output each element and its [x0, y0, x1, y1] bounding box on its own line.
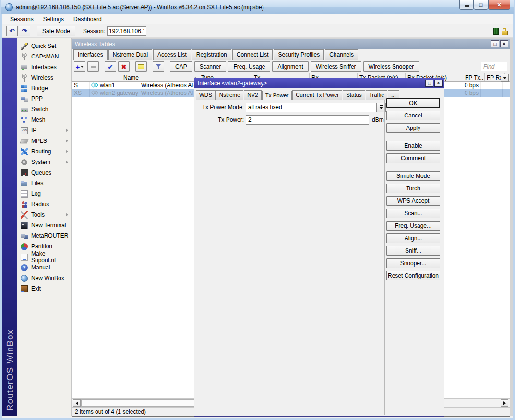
dialog-button[interactable]: Comment	[386, 153, 440, 163]
dialog-titlebar[interactable]: Interface <wlan2-gateway> □ ×	[194, 78, 444, 88]
dialog-button[interactable]: Simple Mode	[386, 171, 440, 181]
action-button[interactable]: Freq. Usage	[228, 61, 270, 72]
tab[interactable]: NV2	[244, 90, 261, 100]
sidebar-item[interactable]: Radius	[17, 199, 71, 210]
tab[interactable]: WDS	[196, 90, 216, 100]
dialog-button[interactable]: Apply	[386, 123, 440, 133]
maximize-button[interactable]: □	[474, 0, 488, 10]
disable-button[interactable]: ✖	[118, 61, 130, 72]
sidebar-item[interactable]: System	[17, 157, 71, 167]
scroll-left-button[interactable]	[73, 399, 81, 407]
session-input[interactable]	[107, 26, 146, 36]
menu-item[interactable]: Settings	[38, 15, 69, 23]
action-button[interactable]: Scanner	[194, 61, 227, 72]
comment-button[interactable]	[135, 61, 147, 72]
dialog-button[interactable]: Sniff...	[386, 246, 440, 256]
sidebar-item-label: Wireless	[31, 74, 53, 81]
manual-question-icon	[21, 264, 28, 271]
comment-icon	[138, 64, 144, 69]
scroll-right-icon	[503, 401, 506, 405]
sidebar-item[interactable]: IP	[17, 125, 71, 136]
sidebar-item[interactable]: Mesh	[17, 115, 71, 125]
sidebar-item[interactable]: MPLS	[17, 136, 71, 146]
tab[interactable]: Current Tx Power	[292, 90, 342, 100]
tab[interactable]: Traffic	[366, 90, 387, 100]
sidebar-item[interactable]: New Terminal	[17, 220, 71, 231]
action-button[interactable]: Wireless Sniffer	[311, 61, 361, 72]
find-input[interactable]	[481, 62, 507, 71]
redo-button[interactable]: ↷	[19, 26, 30, 36]
close-button[interactable]: ×	[488, 0, 510, 10]
filter-button[interactable]	[153, 61, 164, 72]
app-titlebar[interactable]: admin@192.168.106.150 (SXT Lite 5 ac (Se…	[1, 0, 514, 14]
sidebar-item[interactable]: Interfaces	[17, 62, 71, 72]
tab[interactable]: Registration	[192, 49, 231, 60]
dialog-button[interactable]: Snooper...	[386, 258, 440, 268]
dialog-button[interactable]: WPS Accept	[386, 196, 440, 206]
sidebar-item[interactable]: New WinBox	[17, 273, 71, 283]
dialog-button[interactable]: Align...	[386, 233, 440, 243]
dialog-button[interactable]: Reset Configuration	[386, 271, 440, 280]
column-dropdown-button[interactable]	[501, 74, 509, 82]
menu-item[interactable]: Dashboard	[69, 15, 107, 23]
scroll-right-button[interactable]	[501, 399, 508, 407]
sidebar-item[interactable]: Switch	[17, 104, 71, 115]
column-header[interactable]	[72, 73, 121, 81]
tab[interactable]: Tx Power	[262, 91, 292, 100]
action-button[interactable]: Wireless Snooper	[363, 61, 419, 72]
enable-button[interactable]: ✔	[105, 61, 116, 72]
sidebar-item[interactable]: Bridge	[17, 83, 71, 93]
sidebar-item[interactable]: Routing	[17, 146, 71, 157]
sidebar-item-label: Exit	[31, 285, 41, 292]
sidebar-item[interactable]: Make Supout.rif	[17, 252, 71, 262]
safe-mode-button[interactable]: Safe Mode	[37, 26, 75, 36]
tab[interactable]: Security Profiles	[274, 49, 324, 60]
sidebar-item[interactable]: Log	[17, 188, 71, 199]
sidebar-item[interactable]: MetaROUTER	[17, 231, 71, 241]
add-button[interactable]: +	[74, 61, 85, 72]
remove-button[interactable]	[87, 61, 99, 72]
dialog-button[interactable]: Torch	[386, 184, 440, 193]
sidebar-item[interactable]: Quick Set	[17, 41, 71, 51]
sidebar-item[interactable]: Queues	[17, 167, 71, 178]
column-header[interactable]: FP Tx...	[463, 73, 485, 81]
tab[interactable]: Access List	[153, 49, 191, 60]
sidebar-item[interactable]: Wireless	[17, 72, 71, 83]
tx-power-label: Tx Power:	[198, 117, 244, 123]
minimize-button[interactable]	[459, 0, 474, 10]
sidebar-item[interactable]: CAPsMAN	[17, 51, 71, 62]
dialog-button[interactable]: Freq. Usage...	[386, 221, 440, 231]
sidebar-item[interactable]: Exit	[17, 283, 71, 294]
tab[interactable]: Nstreme Dual	[108, 49, 152, 60]
close-window-button[interactable]: ×	[500, 40, 508, 47]
tab[interactable]: Interfaces	[73, 49, 108, 60]
dialog-button[interactable]: Cancel	[386, 111, 440, 120]
dialog-button[interactable]: OK	[386, 98, 440, 108]
sidebar-item-label: Bridge	[31, 85, 48, 92]
system-gear-icon	[21, 159, 28, 166]
wireless-tables-titlebar[interactable]: Wireless Tables □ ×	[72, 39, 510, 49]
action-button[interactable]: Alignment	[272, 61, 308, 72]
sidebar-item-label: Partition	[31, 243, 52, 250]
menu-item[interactable]: Sessions	[5, 15, 38, 23]
tx-power-input[interactable]	[246, 115, 369, 125]
dialog-button[interactable]: Scan...	[386, 209, 440, 218]
undo-button[interactable]: ↶	[6, 26, 18, 36]
dialog-button[interactable]: Enable	[386, 141, 440, 151]
sidebar-item[interactable]: Tools	[17, 210, 71, 220]
tx-power-mode-select[interactable]: all rates fixed	[246, 103, 386, 112]
sidebar-item[interactable]: Files	[17, 178, 71, 188]
tab[interactable]: Connect List	[232, 49, 273, 60]
dialog-close-button[interactable]: ×	[434, 80, 443, 87]
tab[interactable]: Nstreme	[216, 90, 243, 100]
sidebar-item[interactable]: Manual	[17, 262, 71, 273]
sidebar-item[interactable]: PPP	[17, 93, 71, 104]
status-text: 2 items out of 4 (1 selected)	[75, 408, 146, 415]
queues-gauge-icon	[21, 169, 28, 176]
restore-button[interactable]: □	[491, 40, 499, 47]
action-button[interactable]: CAP	[170, 61, 192, 72]
column-header[interactable]: Name	[121, 73, 199, 81]
dialog-restore-button[interactable]: □	[425, 80, 433, 87]
tab[interactable]: Channels	[325, 49, 358, 60]
tab[interactable]: Status	[343, 90, 365, 100]
